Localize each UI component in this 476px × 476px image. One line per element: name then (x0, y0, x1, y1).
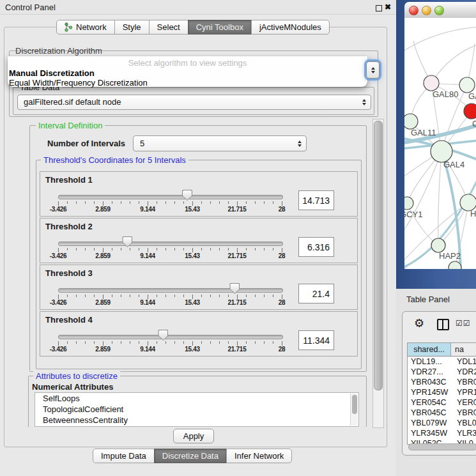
tick (282, 201, 282, 206)
tick (121, 341, 121, 344)
screenshot-root: Control Panel ✖ NetworkStyleSelectCyni T… (0, 0, 476, 476)
tick (130, 248, 130, 250)
column-browser-icon[interactable] (437, 319, 449, 330)
zoom-window-icon[interactable] (434, 6, 444, 15)
tab-style[interactable]: Style (114, 20, 150, 35)
tick (237, 248, 238, 252)
column-header-name[interactable]: na (451, 343, 476, 356)
tick (130, 201, 130, 204)
threshold-slider-track-3[interactable] (58, 288, 283, 293)
cell-shared-name: YPR145W (408, 387, 453, 397)
column-header-shared-name[interactable]: shared... (408, 343, 451, 356)
close-window-icon[interactable] (409, 6, 418, 15)
node-gcy1[interactable] (404, 197, 413, 210)
threshold-panel-1: Threshold 1-3.4262.8599.14415.4321.71528… (40, 171, 358, 217)
network-view-canvas[interactable]: GAL80 GA GAL11 C GAL4 GCY1 H HAP2 (404, 18, 476, 269)
threshold-label-2: Threshold 2 (45, 222, 93, 231)
threshold-slider-track-4[interactable] (58, 335, 283, 339)
bottom-tab-bar: Impute DataDiscretize DataInfer Network (93, 449, 292, 463)
numerical-attributes-list[interactable]: SelfLoopsTopologicalCoefficientBetweenne… (35, 392, 359, 427)
attributes-scrollbar[interactable] (350, 394, 358, 426)
threshold-slider-track-2[interactable] (58, 242, 283, 246)
scale-label: 28 (279, 299, 286, 306)
threshold-slider-track-1[interactable] (58, 195, 283, 199)
panel-scrollbar-thumb[interactable] (374, 121, 383, 390)
table-data-combo[interactable]: galFiltered.sif default node (17, 95, 371, 110)
network-window-titlebar[interactable] (404, 2, 476, 19)
attribute-item-topologicalcoefficient[interactable]: TopologicalCoefficient (35, 404, 358, 415)
node-gal11[interactable] (404, 114, 418, 129)
tick (157, 201, 157, 204)
algorithm-combo-button[interactable] (366, 61, 380, 79)
node-attribute-table[interactable]: shared... na YDL19...YDL1YDR27...YDR2YBR… (407, 342, 476, 445)
tick (157, 341, 157, 344)
svg-text:GAL11: GAL11 (411, 128, 436, 137)
tick (219, 295, 220, 297)
checkbox-pair-icon[interactable]: ☑☑ (456, 319, 471, 328)
network-icon (65, 22, 73, 32)
tick (210, 341, 211, 344)
table-row[interactable]: YBL079WYBL0 (408, 418, 476, 428)
minimize-window-icon[interactable] (422, 6, 431, 15)
attribute-item-betweennesscentrality[interactable]: BetweennessCentrality (35, 415, 358, 426)
tick (273, 341, 273, 344)
table-row[interactable]: YLR345WYLR3 (408, 428, 476, 438)
scale-label: 28 (279, 346, 286, 353)
table-row[interactable]: YER054CYER0 (408, 397, 476, 408)
tick (174, 248, 175, 250)
node-hap2[interactable] (431, 238, 445, 252)
tick (85, 248, 86, 250)
tick (121, 201, 121, 204)
threshold-value-field-1[interactable]: 14.713 (298, 190, 334, 210)
tick (210, 295, 211, 297)
dropdown-option-manual-discretization[interactable]: Manual Discretization (9, 68, 95, 79)
node-top-right[interactable] (459, 77, 475, 93)
node-gal80[interactable] (424, 75, 439, 91)
tick (76, 201, 77, 204)
attributes-group-title: Attributes to discretize (33, 371, 120, 381)
tab-select[interactable]: Select (149, 20, 188, 35)
slider-ticks (40, 295, 296, 300)
table-row[interactable]: YDR27...YDR2 (408, 367, 476, 377)
tab-discretize-data[interactable]: Discretize Data (154, 449, 227, 463)
node-selected-red[interactable] (464, 104, 476, 119)
node-gal4[interactable] (431, 141, 452, 162)
tick (192, 341, 193, 346)
tab-impute-data[interactable]: Impute Data (93, 449, 155, 463)
tick (201, 248, 202, 250)
tick (139, 201, 139, 204)
table-row[interactable]: YBR045CYBR0 (408, 408, 476, 418)
attribute-item-selfloops[interactable]: SelfLoops (35, 393, 358, 404)
table-hscrollbar-thumb[interactable] (408, 443, 476, 450)
cell-name: YBL0 (453, 418, 476, 428)
table-data-value: galFiltered.sif default node (24, 95, 121, 109)
tick (255, 341, 256, 344)
close-icon[interactable]: ✖ (385, 3, 391, 12)
float-window-icon[interactable] (376, 5, 382, 12)
table-row[interactable]: YDL19...YDL1 (408, 357, 476, 367)
table-row[interactable]: YBR043CYBR0 (408, 377, 476, 387)
numerical-attributes-label: Numerical Attributes (32, 382, 113, 392)
tab-network[interactable]: Network (56, 20, 115, 35)
threshold-value-field-4[interactable]: 11.344 (298, 330, 334, 350)
tick (76, 341, 77, 344)
number-of-intervals-spinner[interactable]: 5 (133, 135, 307, 151)
attributes-scrollbar-thumb[interactable] (352, 395, 357, 414)
tab-discretize-data-label: Discretize Data (162, 449, 219, 463)
tab-infer-network[interactable]: Infer Network (226, 449, 292, 463)
cell-shared-name: YLR345W (408, 428, 453, 438)
gear-icon[interactable]: ⚙ (414, 316, 424, 330)
cell-shared-name: YER054C (408, 397, 453, 408)
number-of-intervals-label: Number of Intervals (47, 139, 125, 148)
apply-button[interactable]: Apply (173, 429, 214, 443)
tick (103, 341, 104, 346)
tick (246, 341, 247, 344)
tab-jactivemnodules[interactable]: jActiveMNodules (251, 20, 330, 35)
tick (85, 201, 86, 204)
table-row[interactable]: YPR145WYPR1 (408, 387, 476, 397)
dropdown-option-equal-width-frequency[interactable]: Equal Width/Frequency Discretization (9, 78, 148, 88)
threshold-value-field-2[interactable]: 6.316 (298, 237, 334, 257)
slider-ticks (40, 248, 296, 253)
tab-cyni-toolbox[interactable]: Cyni Toolbox (188, 20, 252, 35)
threshold-value-field-3[interactable]: 21.4 (298, 284, 334, 303)
